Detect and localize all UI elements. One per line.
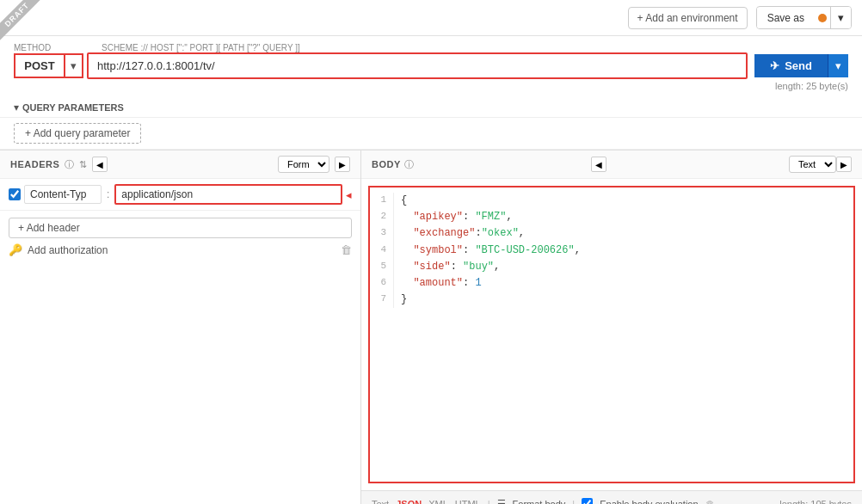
body-text-dropdown[interactable]: Text (789, 156, 836, 173)
headers-forward-arrow[interactable]: ▶ (335, 157, 350, 172)
line-content-5: "side": "buy", (401, 259, 500, 275)
send-button[interactable]: ✈ Send (754, 54, 828, 77)
url-input-wrapper (87, 52, 748, 79)
footer-sep-3: 🗑 (705, 499, 715, 505)
header-colon: : (105, 188, 111, 200)
body-nav-arrows: ◀ (591, 157, 606, 172)
headers-title: HEADERS (10, 159, 59, 169)
line-content-3: "exchange":"okex", (401, 225, 525, 242)
header-checkbox[interactable] (9, 188, 21, 200)
delete-auth-icon[interactable]: 🗑 (341, 243, 352, 256)
line-num-4: 4 (370, 243, 394, 259)
add-query-param-button[interactable]: + Add query parameter (14, 123, 141, 144)
code-line-6: 6 "amount": 1 (370, 275, 853, 292)
save-as-dropdown-button[interactable]: ▾ (830, 7, 851, 28)
query-params-row: ▾ QUERY PARAMETERS (0, 98, 862, 118)
headers-back-arrow[interactable]: ◀ (92, 157, 108, 172)
code-line-1: 1 { (370, 193, 853, 209)
format-body-icon: ☰ (497, 498, 506, 504)
line-num-1: 1 (370, 193, 394, 209)
body-footer: Text JSON XML HTML | ☰ Format body | Ena… (361, 490, 862, 504)
line-content-2: "apikey": "FMZ", (401, 209, 513, 225)
body-title: BODY (372, 159, 401, 169)
code-line-3: 3 "exchange":"okex", (370, 225, 853, 242)
collapse-arrow-icon[interactable]: ▾ (14, 101, 19, 114)
line-num-7: 7 (370, 292, 394, 308)
method-group: POST ▾ (14, 53, 83, 78)
save-as-button[interactable]: Save as (757, 8, 815, 28)
footer-tab-xml[interactable]: XML (428, 499, 448, 505)
line-content-4: "symbol": "BTC-USD-200626", (401, 243, 581, 259)
send-group: ✈ Send ▾ (754, 54, 848, 77)
headers-form-dropdown[interactable]: Form (278, 156, 329, 173)
footer-tab-text[interactable]: Text (372, 499, 389, 505)
add-auth-row: 🔑 Add authorization 🗑 (9, 243, 352, 256)
method-value: POST (14, 53, 65, 78)
footer-sep-1: | (488, 499, 490, 505)
headers-panel: HEADERS ⓘ ⇅ ◀ Form ▶ : ◂ (0, 151, 361, 504)
save-as-dot (818, 14, 827, 22)
app-container: DRAFT + Add an environment Save as ▾ MET… (0, 0, 862, 504)
add-authorization-button[interactable]: Add authorization (28, 244, 108, 256)
draft-ribbon: DRAFT (0, 0, 47, 47)
code-line-4: 4 "symbol": "BTC-USD-200626", (370, 243, 853, 259)
line-content-1: { (401, 193, 407, 209)
line-num-3: 3 (370, 225, 394, 242)
query-params-label: QUERY PARAMETERS (22, 102, 124, 113)
code-line-7: 7 } (370, 292, 853, 308)
add-environment-button[interactable]: + Add an environment (628, 7, 748, 29)
url-section: METHOD SCHEME :// HOST [":" PORT ][ PATH… (0, 36, 862, 98)
code-editor[interactable]: 1 { 2 "apikey": "FMZ", 3 "exchange":"oke… (368, 186, 855, 483)
line-content-6: "amount": 1 (401, 275, 482, 292)
enable-eval-label[interactable]: Enable body evaluation (600, 499, 698, 505)
method-dropdown-button[interactable]: ▾ (65, 53, 83, 78)
url-labels: METHOD SCHEME :// HOST [":" PORT ][ PATH… (14, 43, 848, 52)
body-forward-arrow[interactable]: ▶ (836, 157, 852, 172)
add-header-button[interactable]: + Add header (9, 218, 352, 238)
headers-forward-arrows: ▶ (335, 157, 350, 172)
headers-sort-icon[interactable]: ⇅ (79, 159, 87, 170)
body-length: length: 105 bytes (779, 499, 852, 505)
footer-tab-json[interactable]: JSON (396, 499, 422, 505)
headers-info-icon: ⓘ (65, 158, 74, 171)
enable-eval-checkbox[interactable] (582, 498, 593, 504)
body-back-arrow[interactable]: ◀ (591, 157, 606, 172)
headers-nav-arrows: ◀ (92, 157, 108, 172)
line-num-6: 6 (370, 275, 394, 292)
send-icon: ✈ (770, 59, 779, 72)
line-num-2: 2 (370, 209, 394, 225)
header-red-mark: ◂ (346, 188, 352, 201)
line-num-5: 5 (370, 259, 394, 275)
main-split: HEADERS ⓘ ⇅ ◀ Form ▶ : ◂ (0, 150, 862, 504)
top-bar: + Add an environment Save as ▾ (0, 0, 862, 36)
body-panel-header: BODY ⓘ ◀ Text ▶ (361, 151, 862, 179)
save-as-group: Save as ▾ (756, 6, 852, 29)
url-length-hint: length: 25 byte(s) (14, 81, 848, 91)
draft-label: DRAFT (0, 0, 44, 42)
footer-sep-2: | (572, 499, 575, 505)
body-info-icon: ⓘ (404, 158, 414, 171)
code-line-5: 5 "side": "buy", (370, 259, 853, 275)
send-dropdown-button[interactable]: ▾ (828, 54, 848, 77)
footer-tab-html[interactable]: HTML (455, 499, 481, 505)
header-key-input[interactable] (24, 185, 102, 204)
line-content-7: } (401, 292, 407, 308)
scheme-label: SCHEME :// HOST [":" PORT ][ PATH ["?" Q… (102, 43, 300, 52)
url-row: POST ▾ ✈ Send ▾ (14, 52, 848, 79)
header-value-input[interactable] (114, 184, 342, 205)
add-auth-icon: 🔑 (9, 243, 22, 256)
send-label: Send (785, 59, 812, 72)
code-line-2: 2 "apikey": "FMZ", (370, 209, 853, 225)
add-query-param-row: + Add query parameter (0, 118, 862, 150)
url-input[interactable] (89, 54, 746, 77)
body-panel: BODY ⓘ ◀ Text ▶ 1 { 2 "apikey": "FMZ", (361, 151, 862, 504)
format-body-button[interactable]: Format body (513, 499, 566, 505)
header-row: : ◂ (0, 179, 360, 211)
headers-panel-header: HEADERS ⓘ ⇅ ◀ Form ▶ (0, 151, 360, 179)
